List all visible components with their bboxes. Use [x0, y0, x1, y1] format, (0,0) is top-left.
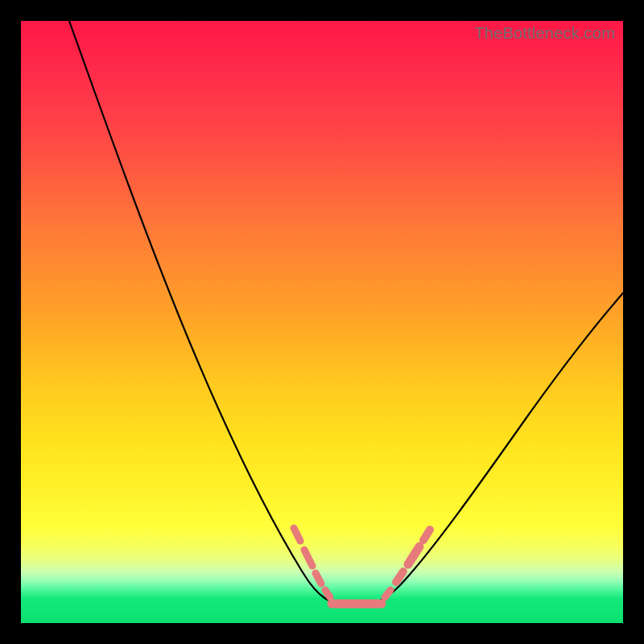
valley-cluster [21, 21, 623, 623]
cluster-mark [408, 547, 419, 564]
plot-area: TheBottleneck.com [21, 21, 623, 623]
chart-frame: TheBottleneck.com [0, 0, 644, 644]
cluster-mark [316, 573, 321, 584]
cluster-mark [423, 530, 430, 540]
cluster-mark [294, 528, 300, 541]
cluster-mark [325, 590, 330, 597]
cluster-mark [385, 590, 390, 597]
cluster-mark [304, 550, 312, 566]
cluster-mark [396, 572, 403, 582]
